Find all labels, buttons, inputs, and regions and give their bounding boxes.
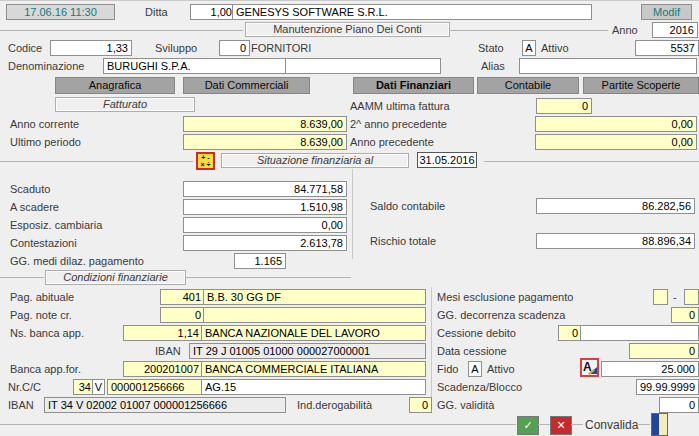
- condizioni-group-label: Condizioni finanziarie: [45, 270, 186, 285]
- anno-precedente-field[interactable]: 0,00: [535, 134, 697, 150]
- esposiz-field[interactable]: 0,00: [183, 217, 347, 233]
- pag-abituale-code-field[interactable]: 401: [160, 289, 205, 305]
- banca-for-label: Banca app.for.: [10, 363, 81, 375]
- company-name-field[interactable]: GENESYS SOFTWARE S.R.L.: [232, 4, 592, 20]
- situazione-date-field[interactable]: 31.05.2016: [417, 152, 477, 168]
- stato-field[interactable]: A: [522, 40, 536, 56]
- divider: [186, 277, 351, 278]
- alias-field[interactable]: [519, 58, 697, 74]
- sviluppo-desc: FORNITORI: [251, 42, 311, 54]
- exit-door-icon[interactable]: [651, 413, 668, 436]
- denominazione-field[interactable]: BURUGHI S.P.A.: [103, 58, 287, 74]
- aamm-label: AAMM ultima fattura: [350, 100, 450, 112]
- company-code-field[interactable]: 1,00: [190, 4, 236, 20]
- progressivo-field[interactable]: 5537: [635, 40, 699, 56]
- a-scadere-label: A scadere: [10, 201, 59, 213]
- scaduto-label: Scaduto: [10, 183, 50, 195]
- secondo-anno-field[interactable]: 0,00: [535, 116, 697, 132]
- ultimo-periodo-field[interactable]: 8.639,00: [183, 134, 347, 150]
- banca-for-desc-field[interactable]: BANCA COMMERCIALE ITALIANA: [201, 361, 426, 377]
- divider: [0, 161, 193, 162]
- nrcc-desc-field[interactable]: AG.15: [201, 379, 426, 395]
- sviluppo-label: Sviluppo: [155, 42, 197, 54]
- scadenza-field[interactable]: 99.99.9999: [636, 379, 699, 395]
- divider: [0, 277, 44, 278]
- anno-corrente-label: Anno corrente: [10, 118, 79, 130]
- codice-field[interactable]: 1,33: [50, 40, 132, 56]
- pag-note-code-field[interactable]: 0: [160, 307, 205, 323]
- app-window: 17.06.16 11:30 Ditta 1,00 GENESYS SOFTWA…: [0, 0, 699, 436]
- modif-button[interactable]: Modif: [641, 4, 692, 20]
- rischio-label: Rischio totale: [370, 235, 436, 247]
- pag-note-label: Pag. note cr.: [10, 309, 72, 321]
- cessione-code-field[interactable]: 0: [558, 325, 582, 341]
- contestazioni-label: Contestazioni: [10, 237, 77, 249]
- ns-banca-code-field[interactable]: 1,14: [123, 325, 203, 341]
- denominazione-extra-field[interactable]: [285, 58, 441, 74]
- fido-stato-field[interactable]: A: [468, 361, 482, 377]
- nrcc-conto-field[interactable]: 000001256666: [107, 379, 202, 395]
- sviluppo-field[interactable]: 0: [219, 40, 250, 56]
- iban1-field[interactable]: IT 29 J 01005 01000 000027000001: [189, 343, 426, 359]
- divider: [571, 424, 583, 425]
- ind-derog-field[interactable]: 0: [409, 397, 432, 413]
- anno-precedente-label: Anno precedente: [350, 136, 434, 148]
- divider: [450, 30, 608, 31]
- banca-for-code-field[interactable]: 200201007: [123, 361, 203, 377]
- iban2-field[interactable]: IT 34 V 02002 01007 000001256666: [44, 397, 286, 413]
- calculator-icon-glyphs: + -: [198, 154, 213, 161]
- gg-decorrenza-field[interactable]: 0: [671, 307, 699, 323]
- anno-corrente-field[interactable]: 8.639,00: [183, 116, 347, 132]
- tab-dati-finanziari[interactable]: Dati Finanziari: [353, 77, 474, 94]
- calculator-icon[interactable]: + - × ÷: [196, 152, 215, 170]
- tab-dati-commerciali[interactable]: Dati Commerciali: [183, 77, 310, 94]
- scadenza-label: Scadenza/Blocco: [437, 381, 522, 393]
- contestazioni-field[interactable]: 2.613,78: [183, 235, 347, 251]
- datetime-display: 17.06.16 11:30: [6, 4, 115, 20]
- pag-note-desc-field[interactable]: [203, 307, 426, 323]
- convalida-label: Convalida: [585, 418, 638, 432]
- fatturato-group-label: Fatturato: [55, 97, 195, 112]
- fido-field[interactable]: 25.000: [601, 361, 699, 377]
- tab-anagrafica[interactable]: Anagrafica: [55, 77, 175, 94]
- calculator-icon-glyphs: × ÷: [198, 161, 213, 168]
- gg-validita-field[interactable]: 0: [659, 397, 699, 413]
- data-cessione-field[interactable]: 0: [629, 343, 699, 359]
- nrcc-cin-field[interactable]: V: [92, 379, 105, 395]
- cessione-desc-field[interactable]: [580, 325, 699, 341]
- fido-stato-desc: Attivo: [487, 363, 515, 375]
- cancel-button[interactable]: ✕: [550, 416, 572, 435]
- gg-medi-label: GG. medi dilaz. pagamento: [10, 255, 144, 267]
- confirm-button[interactable]: ✓: [517, 416, 539, 435]
- iban2-label: IBAN: [8, 399, 34, 411]
- divider: [0, 424, 516, 425]
- gg-validita-label: GG. validità: [437, 399, 494, 411]
- tab-contabile[interactable]: Contabile: [477, 77, 579, 94]
- iban1-label: IBAN: [155, 345, 181, 357]
- saldo-field[interactable]: 86.282,56: [536, 198, 695, 214]
- aamm-field[interactable]: 0: [536, 98, 592, 114]
- divider: [0, 30, 243, 31]
- font-edit-icon[interactable]: A: [580, 358, 599, 377]
- mesi-a-field[interactable]: [684, 289, 699, 305]
- cessione-label: Cessione debito: [437, 327, 516, 339]
- fido-label: Fido: [437, 363, 458, 375]
- scaduto-field[interactable]: 84.771,58: [183, 181, 347, 197]
- ns-banca-label: Ns. banca app.: [10, 327, 84, 339]
- pag-abituale-desc-field[interactable]: B.B. 30 GG DF: [203, 289, 426, 305]
- pag-abituale-label: Pag. abituale: [10, 291, 74, 303]
- stato-desc: Attivo: [541, 42, 569, 54]
- tab-partite-scoperte[interactable]: Partite Scoperte: [583, 77, 699, 94]
- divider: [637, 424, 650, 425]
- saldo-label: Saldo contabile: [370, 200, 445, 212]
- codice-label: Codice: [8, 42, 42, 54]
- rischio-field[interactable]: 88.896,34: [536, 233, 695, 249]
- anno-field[interactable]: 2016: [652, 22, 698, 38]
- a-scadere-field[interactable]: 1.510,98: [183, 199, 347, 215]
- ns-banca-desc-field[interactable]: BANCA NAZIONALE DEL LAVORO: [201, 325, 426, 341]
- denominazione-label: Denominazione: [8, 60, 84, 72]
- nrcc-label: Nr.C/C: [8, 381, 41, 393]
- form-title: Manutenzione Piano Dei Conti: [245, 22, 450, 37]
- mesi-da-field[interactable]: [653, 289, 668, 305]
- gg-medi-field[interactable]: 1.165: [234, 253, 286, 269]
